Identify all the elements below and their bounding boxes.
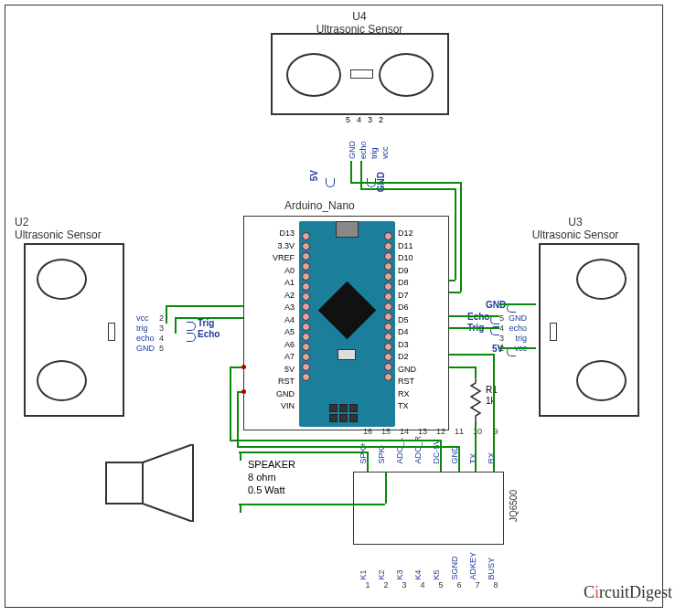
wire bbox=[449, 366, 477, 368]
wire bbox=[360, 188, 455, 190]
wire bbox=[230, 366, 231, 440]
jq6500-bot-pins: K1K2K3K4K5SGNDADKEYBUSY bbox=[359, 552, 505, 580]
wire bbox=[166, 305, 243, 307]
mcu-chip-icon bbox=[318, 281, 377, 340]
resistor-r1 bbox=[469, 376, 483, 421]
net-echo: Echo bbox=[198, 329, 220, 339]
sensor-port-icon bbox=[37, 360, 87, 401]
wire bbox=[237, 446, 458, 448]
wire bbox=[449, 280, 456, 281]
wire bbox=[237, 391, 239, 446]
wire bbox=[449, 315, 499, 317]
arduino-right-pins: D12D11D10D9D8D7D6D5D4D3D2GNDRSTRXTX bbox=[398, 228, 444, 413]
wire bbox=[493, 354, 495, 472]
arduino-nano: D133.3VVREFA0A1A2A3A4A5A6A75VRSTGNDVIN D… bbox=[243, 216, 449, 430]
net-5v: 5V bbox=[492, 344, 503, 354]
sensor-port-icon bbox=[286, 53, 341, 97]
sensor-port-icon bbox=[576, 259, 627, 300]
usb-icon bbox=[336, 221, 359, 238]
wire bbox=[240, 451, 241, 461]
net-symbol-icon bbox=[183, 333, 199, 342]
wire bbox=[499, 303, 536, 305]
nano-pins-left bbox=[302, 232, 310, 381]
u2-pin-labels: vcctrigechoGND bbox=[136, 313, 155, 354]
net-symbol-icon bbox=[503, 347, 520, 356]
junction-node bbox=[241, 389, 246, 394]
wire bbox=[449, 292, 461, 293]
net-5v: 5V bbox=[309, 170, 319, 181]
u4-label: U4Ultrasonic Sensor bbox=[291, 10, 428, 36]
icsp-header-icon bbox=[329, 404, 358, 422]
schematic-frame: U4Ultrasonic Sensor GNDechotrigvcc 5432 … bbox=[5, 5, 663, 608]
sensor-port-icon bbox=[379, 53, 434, 97]
wire bbox=[350, 182, 460, 184]
wire bbox=[449, 327, 499, 329]
reset-button-icon bbox=[338, 349, 356, 360]
jq6500-top-nums: 161514131211109 bbox=[359, 427, 505, 436]
sensor-port-icon bbox=[576, 360, 627, 401]
wire bbox=[166, 305, 167, 324]
u3-label: U3Ultrasonic Sensor bbox=[507, 216, 644, 241]
wire bbox=[458, 446, 460, 472]
wire bbox=[175, 317, 177, 334]
arduino-left-pins: D133.3VVREFA0A1A2A3A4A5A6A75VRSTGNDVIN bbox=[249, 228, 295, 413]
net-symbol-icon bbox=[487, 315, 503, 324]
wire bbox=[350, 161, 352, 182]
sensor-crystal-icon bbox=[350, 69, 373, 79]
wire bbox=[475, 366, 477, 377]
wire bbox=[460, 182, 462, 292]
net-symbol-icon bbox=[503, 303, 520, 313]
arduino-label: Arduino_Nano bbox=[284, 199, 355, 212]
jq6500-module: 161514131211109 SPK+SPK-ADC_LADC_RDC-5VG… bbox=[353, 472, 504, 545]
resistor-label: R11k bbox=[486, 385, 498, 407]
net-trig: Trig bbox=[198, 318, 214, 328]
u4-pin-nums: 5432 bbox=[346, 115, 390, 124]
sensor-crystal-icon bbox=[550, 323, 557, 341]
u2-pin-nums: 2345 bbox=[159, 313, 164, 354]
wire bbox=[239, 504, 385, 505]
ultrasonic-sensor-u2: vcctrigechoGND 2345 bbox=[24, 243, 124, 417]
speaker-label: SPEAKER8 ohm0.5 Watt bbox=[248, 458, 295, 496]
wire bbox=[239, 451, 367, 453]
junction-node bbox=[241, 365, 246, 369]
wire bbox=[499, 347, 536, 349]
wire bbox=[385, 472, 387, 504]
ultrasonic-sensor-u3: GNDechotrigvcc 5432 bbox=[539, 243, 639, 417]
speaker-symbol bbox=[102, 444, 239, 522]
wire bbox=[360, 161, 362, 188]
nano-board bbox=[299, 221, 395, 427]
wire bbox=[240, 504, 241, 513]
wire bbox=[175, 317, 243, 319]
jq6500-label: JQ6500 bbox=[509, 490, 519, 522]
wire bbox=[230, 440, 440, 441]
jq6500-bot-nums: 12345678 bbox=[359, 580, 505, 589]
sensor-crystal-icon bbox=[108, 323, 115, 341]
wire bbox=[475, 421, 477, 472]
nano-pins-right bbox=[384, 232, 392, 381]
u2-label: U2Ultrasonic Sensor bbox=[15, 216, 152, 241]
watermark: CircuitDigest bbox=[584, 583, 672, 602]
wire bbox=[449, 354, 495, 356]
sensor-port-icon bbox=[37, 259, 87, 300]
ultrasonic-sensor-u4: GNDechotrigvcc 5432 bbox=[271, 33, 449, 115]
wire bbox=[367, 451, 369, 472]
wire bbox=[440, 440, 442, 472]
net-symbol-icon bbox=[183, 322, 199, 331]
u4-pin-labels: GNDechotrigvcc bbox=[348, 141, 391, 159]
wire bbox=[455, 188, 456, 280]
net-symbol-icon bbox=[326, 175, 335, 191]
